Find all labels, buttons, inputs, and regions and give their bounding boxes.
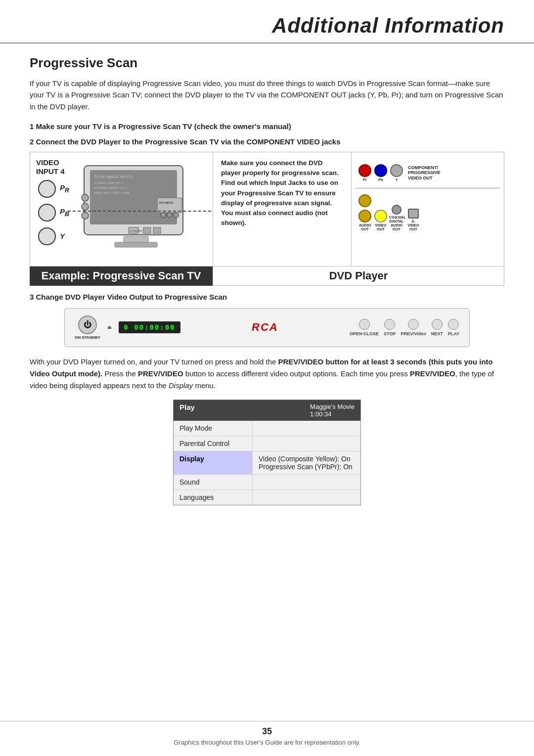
body-text-block: With your DVD Player turned on, and your… — [30, 356, 504, 392]
prev-video-bold3: PREV/VIDEO — [410, 369, 455, 378]
diagram-container: VIDEOINPUT 4 PR PB Y — [30, 152, 504, 267]
panel-left: ⏻ ON·STANDBY ⏏ 0 00:00:00 — [75, 315, 180, 340]
connector-pr: PR — [38, 180, 69, 198]
component-out-label: COMPONENT/PROGRESSIVEVIDEO OUT — [408, 165, 441, 181]
open-close-icon — [359, 319, 370, 330]
menu-header-movie: Maggie's Movie 1:00:34 — [310, 403, 355, 418]
pr-jack — [358, 164, 371, 177]
svideo-port: S-VIDEOOUT — [406, 209, 421, 232]
menu-item-playmode: Play Mode — [174, 421, 253, 436]
menu-row-sound: Sound — [174, 475, 360, 490]
step2-label: 2 Connect the DVD Player to the Progress… — [30, 136, 504, 147]
play-label: PLAY — [448, 331, 459, 336]
dashed-line — [68, 211, 211, 212]
y-port-label: Y — [395, 178, 398, 182]
tv-diagram-label: Example: Progressive Scan TV — [30, 267, 213, 286]
menu-value-sound — [253, 475, 360, 489]
power-button-group: ⏻ ON·STANDBY — [75, 315, 100, 340]
disc-indicator: ⏏ — [107, 325, 112, 330]
video-out-label: VIDEOOUT — [375, 223, 386, 232]
audio-video-ports: AUDIO OUT VIDEOOUT COAXIALDIGITALAUDIO O… — [357, 194, 500, 232]
pb-port-label: Pb — [378, 178, 383, 182]
next-icon — [432, 319, 443, 330]
y-jack — [390, 164, 403, 177]
pr-port: Pr — [358, 164, 371, 182]
prev-video-button[interactable]: PREV/Video — [400, 319, 426, 336]
svg-rect-6 — [124, 236, 148, 242]
connector-y: Y — [38, 227, 69, 245]
svg-point-10 — [161, 213, 166, 218]
connector-pb: PB — [38, 204, 69, 222]
osd-menu: Play Maggie's Movie 1:00:34 Play Mode Pa… — [173, 400, 361, 505]
pr-label: PR — [60, 183, 69, 194]
osd-menu-wrapper: Play Maggie's Movie 1:00:34 Play Mode Pa… — [30, 400, 504, 505]
menu-value-display: Video (Composite Yellow): OnProgressive … — [253, 451, 360, 474]
dvd-front-panel: ⏻ ON·STANDBY ⏏ 0 00:00:00 RCA OPEN·CLOSE… — [64, 308, 470, 347]
pb-port: Pb — [374, 164, 387, 182]
menu-value-playmode — [253, 421, 360, 436]
menu-value-parental — [253, 436, 360, 451]
section-title: Progressive Scan — [30, 55, 504, 71]
menu-item-display: Display — [174, 451, 253, 474]
menu-item-sound: Sound — [174, 475, 253, 489]
svg-rect-7 — [115, 242, 157, 247]
svg-point-13 — [82, 194, 89, 201]
coaxial-jack — [392, 205, 401, 215]
next-button[interactable]: NEXT — [431, 319, 443, 336]
pb-label: PB — [60, 207, 69, 218]
display-italic: Display — [169, 381, 193, 390]
menu-row-display: Display Video (Composite Yellow): OnProg… — [174, 451, 360, 475]
menu-row-parental: Parental Control — [174, 436, 360, 451]
step1-label: 1 Make sure your TV is a Progressive Sca… — [30, 121, 504, 132]
open-close-button[interactable]: OPEN·CLOSE — [350, 319, 379, 336]
svg-rect-18 — [143, 227, 151, 233]
menu-item-languages: Languages — [174, 490, 253, 505]
play-button[interactable]: PLAY — [448, 319, 459, 336]
svg-text:EXTERNAL ANT/RF IN T.U.: EXTERNAL ANT/RF IN T.U. — [94, 186, 128, 189]
dvd-back-panel: Pr Pb Y COMPONENT/PROGRESSIVEVIDEO OUT — [352, 152, 504, 266]
svideo-label: S-VIDEOOUT — [406, 220, 421, 232]
video-out-jack — [374, 210, 387, 222]
main-content: Progressive Scan If your TV is capable o… — [0, 55, 534, 505]
tv-svg: TV ON, ANGLE, INPUT 1 S-VIDEO, AMP, ANT … — [79, 163, 193, 257]
power-button[interactable]: ⏻ — [78, 315, 97, 334]
menu-item-parental: Parental Control — [174, 436, 253, 451]
pb-circle — [38, 204, 56, 222]
rca-logo: RCA — [252, 321, 278, 334]
prev-video-bold1: PREV/VIDEO — [278, 357, 324, 366]
display-text: 0 00:00:00 — [124, 323, 175, 331]
prev-icon — [408, 319, 419, 330]
menu-row-playmode: Play Mode — [174, 421, 360, 436]
pr-circle — [38, 180, 56, 198]
page-title: Additional Information — [30, 14, 504, 38]
stop-button[interactable]: STOP — [384, 319, 396, 336]
coaxial-label: COAXIALDIGITALAUDIO OUT — [389, 216, 404, 232]
audio-out-jack2 — [358, 210, 371, 222]
menu-row-languages: Languages — [174, 490, 360, 505]
svideo-jack — [408, 209, 419, 219]
open-close-label: OPEN·CLOSE — [350, 331, 379, 336]
disc-label: ⏏ — [107, 325, 112, 330]
coaxial-port: COAXIALDIGITALAUDIO OUT — [389, 205, 404, 232]
diagram-labels: Example: Progressive Scan TV DVD Player — [30, 267, 504, 286]
stop-label: STOP — [384, 331, 396, 336]
y-circle — [38, 227, 56, 245]
stop-icon — [384, 319, 395, 330]
svg-text:DVI-HDTV: DVI-HDTV — [159, 201, 173, 204]
svg-point-14 — [82, 203, 89, 210]
audio-out-port: AUDIO OUT — [357, 194, 372, 232]
svg-text:DPMS, MTS, V-CHIP, S-VHS: DPMS, MTS, V-CHIP, S-VHS — [94, 191, 129, 194]
panel-right: OPEN·CLOSE STOP PREV/Video NEXT PLAY — [350, 319, 459, 336]
svg-point-11 — [167, 213, 172, 218]
svg-point-12 — [174, 213, 178, 218]
audio-out-jack — [358, 194, 371, 207]
caption-panel: Make sure you connect the DVD player pro… — [213, 152, 352, 266]
intro-paragraph: If your TV is capable of displaying Prog… — [30, 78, 504, 112]
menu-value-languages — [253, 490, 360, 505]
time-display: 0 00:00:00 — [119, 321, 180, 333]
svg-text:ETHERNET: ETHERNET — [130, 229, 143, 232]
step3-label: 3 Change DVD Player Video Output to Prog… — [30, 293, 504, 301]
menu-header-play: Play — [179, 403, 195, 418]
power-label: ON·STANDBY — [75, 335, 100, 340]
audio-out-label: AUDIO OUT — [357, 223, 372, 232]
